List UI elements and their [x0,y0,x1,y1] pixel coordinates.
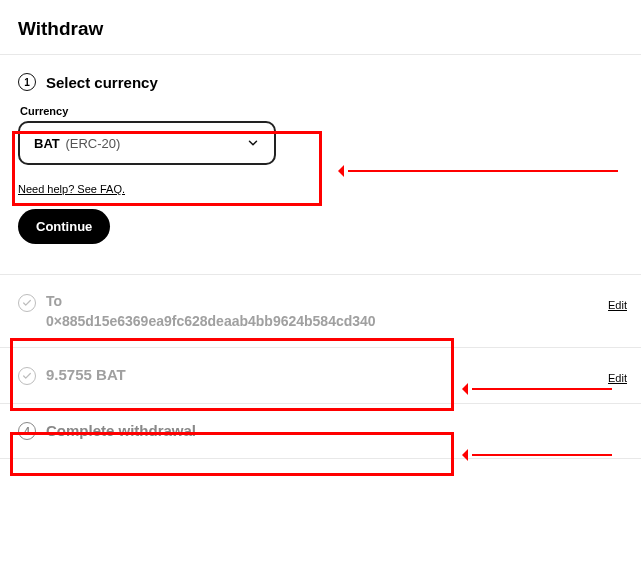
to-address: 0×885d15e6369ea9fc628deaab4bb9624b584cd3… [46,313,625,329]
page-title: Withdraw [0,0,641,54]
amount-value: 9.5755 BAT [46,366,625,383]
edit-amount-link[interactable]: Edit [608,372,627,384]
faq-link[interactable]: Need help? See FAQ. [18,183,125,195]
currency-selected-value: BAT (ERC-20) [34,136,120,151]
currency-field-label: Currency [20,105,625,117]
step-to-address: To 0×885d15e6369ea9fc628deaab4bb9624b584… [0,275,641,347]
annotation-arrow [472,388,612,390]
currency-select[interactable]: BAT (ERC-20) [18,121,276,165]
to-label: To [46,293,625,309]
step-complete-withdrawal: 4 Complete withdrawal [0,404,641,458]
chevron-down-icon [246,136,260,150]
check-icon [18,367,36,385]
annotation-arrow [348,170,618,172]
step-header: 1 Select currency [18,73,625,91]
currency-symbol: BAT [34,136,60,151]
step-title: Select currency [46,74,158,91]
continue-button[interactable]: Continue [18,209,110,244]
step-title: Complete withdrawal [46,422,196,439]
step-body: 9.5755 BAT [46,366,625,383]
step-number-4-icon: 4 [18,422,36,440]
check-icon [18,294,36,312]
annotation-arrow [472,454,612,456]
step-body: To 0×885d15e6369ea9fc628deaab4bb9624b584… [46,293,625,329]
currency-field-group: Currency BAT (ERC-20) [18,105,625,165]
step-select-currency: 1 Select currency Currency BAT (ERC-20) [0,55,641,165]
step-amount: 9.5755 BAT Edit [0,348,641,403]
edit-to-link[interactable]: Edit [608,299,627,311]
currency-network: (ERC-20) [65,136,120,151]
step-number-1-icon: 1 [18,73,36,91]
